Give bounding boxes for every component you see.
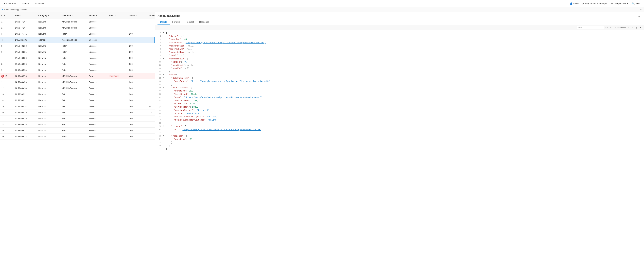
invite-button[interactable]: 👤 Invite (568, 1, 580, 6)
info-close-button[interactable]: ✕ (640, 8, 642, 11)
cell-category: Network (38, 111, 62, 114)
cell-operation: Fetch (62, 57, 89, 59)
cell-category: Network (38, 21, 62, 23)
json-line: 30▼"request": { (155, 125, 644, 128)
table-row[interactable]: 1514:58:50.924NetworkFetchSuccess2000 (0, 103, 155, 110)
info-icon: ℹ (2, 8, 3, 11)
json-viewer[interactable]: 1▼{2"status": null,3"duration": 138,4"da… (155, 30, 644, 256)
find-close-button[interactable]: ✕ (639, 26, 642, 29)
col-header-res[interactable]: Res... ▼ (109, 14, 129, 17)
collapse-icon[interactable]: ▼ (163, 73, 166, 76)
line-number: 23 (156, 102, 161, 106)
table-row[interactable]: 514:58:48.233NetworkFetchSuccess200 (0, 43, 155, 49)
clear-data-button[interactable]: ✕ Clear data (2, 1, 18, 6)
cell-time: 14:58:50.924 (15, 105, 38, 108)
col-header-duration[interactable]: Duration (ms) ▼ (150, 14, 155, 17)
cell-time: 14:58:50.925 (15, 111, 38, 114)
col-header-category[interactable]: Category ▼ (38, 14, 62, 17)
line-number: 37 (156, 147, 161, 150)
compact-list-button[interactable]: ☰ Compact list ▾ (609, 1, 630, 6)
col-header-status[interactable]: Status ▼ (129, 14, 150, 17)
collapse-icon[interactable]: ▼ (163, 77, 166, 79)
table-row[interactable]: 1414:58:50.922NetworkFetchSuccess200 (0, 97, 155, 103)
table-row[interactable]: 114:58:47.167NetworkXMLHttpRequestSucces… (0, 19, 155, 25)
table-row[interactable]: 1114:58:48.453NetworkXMLHttpRequestSucce… (0, 79, 155, 85)
json-line: 7"propertyName": null, (155, 51, 644, 54)
cell-operation: Fetch (62, 51, 89, 53)
table-body[interactable]: 114:58:47.167NetworkXMLHttpRequestSucces… (0, 19, 155, 256)
collapse-icon[interactable]: ▼ (163, 125, 166, 128)
download-button[interactable]: ↓ Download (32, 1, 47, 6)
json-line-content: "response": { (166, 135, 643, 138)
play-model-button[interactable]: ▶ Play model-driven app (581, 1, 608, 6)
json-line-content: "request": { (166, 125, 643, 128)
line-number: 25 (156, 109, 161, 112)
json-line-content: "spanStart": null, (166, 64, 643, 67)
filter-button[interactable]: 🔍 Filter (630, 1, 642, 6)
table-row[interactable]: 814:58:48.296NetworkFetchSuccess200 (0, 61, 155, 67)
table-row[interactable]: 2014:58:50.928NetworkFetchSuccess200 (0, 134, 155, 140)
col-header-result[interactable]: Result ▼ (89, 14, 109, 17)
col-header-time[interactable]: Time ▼ (15, 14, 38, 17)
detail-tabs: DetailsFormulaRequestResponse (155, 19, 644, 25)
table-row[interactable]: 314:58:47.771NetworkFetchSuccess200 (0, 31, 155, 37)
find-regex-button[interactable]: .* (614, 26, 616, 29)
json-line-content: "duration": 138 (166, 138, 643, 141)
json-line-content: "startTime": 1219, (166, 102, 643, 106)
table-row[interactable]: 1814:58:50.926NetworkFetchSuccess200 (0, 122, 155, 128)
clear-data-icon: ✕ (4, 2, 6, 5)
find-case-sensitive-button[interactable]: Aa (604, 26, 608, 29)
json-line: 34"duration": 138 (155, 138, 644, 141)
table-row[interactable]: 714:58:48.236NetworkFetchSuccess200 (0, 55, 155, 61)
line-number: 36 (156, 144, 161, 147)
cell-result: Success (89, 129, 109, 132)
error-icon: ✕ (1, 75, 4, 78)
json-line-content: "dataOperation": { (166, 77, 643, 80)
col-header-id[interactable]: Id ▲ (1, 14, 15, 17)
table-row[interactable]: 1614:58:50.925NetworkFetchSuccess2001,0 (0, 110, 155, 116)
tab-formula[interactable]: Formula (170, 19, 183, 25)
collapse-icon[interactable]: ▼ (163, 57, 166, 60)
tab-request[interactable]: Request (183, 19, 196, 25)
main-content: Id ▲ Time ▼ Category ▼ Operation ▼ Resul… (0, 12, 644, 256)
json-line-content: "nextHopProtocol": "http/1.1", (166, 109, 643, 112)
json-line-content: } (166, 141, 643, 144)
expand-icon: ⇥ (638, 15, 640, 18)
collapse-icon[interactable]: ▼ (163, 86, 166, 89)
sort-arrow-result: ▼ (96, 15, 97, 16)
table-row[interactable]: 614:58:48.235NetworkFetchSuccess200 (0, 49, 155, 55)
json-line-content: "script": "", (166, 61, 643, 64)
table-row[interactable]: 914:58:48.324NetworkFetchSuccess200 (0, 67, 155, 73)
cell-time: 14:58:48.324 (15, 69, 38, 71)
tab-response[interactable]: Response (196, 19, 212, 25)
find-next-button[interactable]: → (631, 26, 634, 29)
table-row[interactable]: 1714:58:50.925NetworkFetchSuccess200 (0, 116, 155, 122)
table-row[interactable]: ✕1014:58:48.378NetworkXMLHttpRequestErro… (0, 73, 155, 79)
cell-operation: Fetch (62, 111, 89, 114)
cell-category: Network (38, 51, 62, 53)
collapse-icon[interactable]: ▼ (163, 31, 166, 34)
cell-operation: Fetch (62, 135, 89, 138)
detail-close-button[interactable]: ⇥ (636, 14, 641, 19)
cell-status: 200 (129, 69, 150, 71)
json-line-content: "responseEnd": 1357, (166, 99, 643, 102)
line-number: 27 (156, 115, 161, 118)
table-row[interactable]: 1214:58:48.494NetworkXMLHttpRequestSucce… (0, 85, 155, 91)
table-row[interactable]: 1914:58:50.927NetworkFetchSuccess200 (0, 128, 155, 134)
col-header-operation[interactable]: Operation ▼ (62, 14, 89, 17)
find-whole-word-button[interactable]: ​ab​ (609, 26, 613, 29)
find-prev-button[interactable]: ← (627, 26, 630, 29)
find-more-options-button[interactable]: ⋮ (635, 26, 638, 29)
cell-category: Network (38, 87, 62, 90)
table-row[interactable]: 214:58:47.167NetworkXMLHttpRequestSucces… (0, 25, 155, 31)
line-number: 12 (156, 67, 161, 70)
cell-status: 200 (129, 87, 150, 90)
collapse-icon[interactable]: ▼ (163, 135, 166, 137)
upload-button[interactable]: ↑ Upload (19, 1, 31, 6)
table-row[interactable]: 1314:58:50.922NetworkFetchSuccess200 (0, 91, 155, 97)
json-line: 28"NetworkConnectivityState": "online" (155, 119, 644, 122)
tab-details[interactable]: Details (158, 19, 170, 25)
json-line-content: "data": { (166, 73, 643, 77)
find-input[interactable] (577, 26, 604, 29)
table-row[interactable]: 414:58:48.106NetworkAssetLoad.ScriptSucc… (0, 37, 155, 43)
